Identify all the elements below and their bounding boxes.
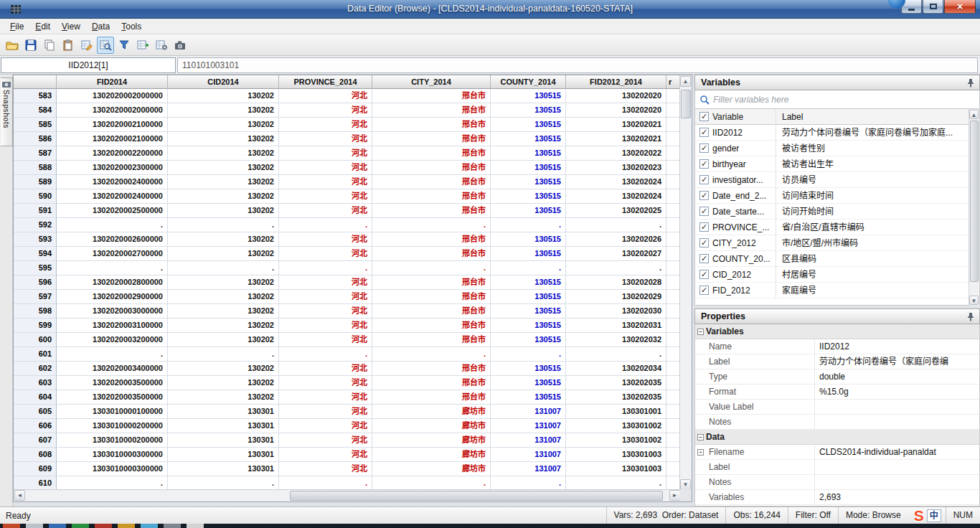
cell-partial[interactable] <box>666 103 681 118</box>
collapse-icon[interactable]: − <box>697 434 704 440</box>
cell-partial[interactable] <box>666 347 681 362</box>
cell-fid2012-2014[interactable]: 130202020 <box>566 103 666 118</box>
cell-partial[interactable] <box>666 232 681 247</box>
variable-row[interactable]: ✓ CID_2012 村居编号 <box>695 267 979 283</box>
properties-section-variables[interactable]: − Variables <box>695 324 979 339</box>
property-value[interactable] <box>815 415 979 429</box>
cell-partial[interactable] <box>666 161 681 175</box>
cell-fid2014[interactable]: . <box>57 476 168 491</box>
cell-county-2014[interactable]: . <box>491 261 566 275</box>
cell-fid2012-2014[interactable]: 130202024 <box>566 175 666 189</box>
cell-city-2014[interactable]: 邢台市 <box>372 390 491 405</box>
edit-mode-button[interactable] <box>78 37 95 54</box>
cell-city-2014[interactable]: 廊坊市 <box>372 419 491 433</box>
expand-icon[interactable]: + <box>697 449 704 456</box>
cell-city-2014[interactable]: 廊坊市 <box>372 433 491 448</box>
cell-cid2014[interactable]: 130202 <box>168 275 279 290</box>
cell-county-2014[interactable]: 130515 <box>491 175 566 189</box>
row-number[interactable]: 607 <box>14 433 57 448</box>
cell-province-2014[interactable]: 河北 <box>279 448 372 462</box>
variable-row[interactable]: ✓ birthyear 被访者出生年 <box>695 156 979 172</box>
cell-partial[interactable] <box>666 89 681 103</box>
cell-county-2014[interactable]: 130515 <box>491 304 566 319</box>
property-value[interactable]: 劳动力个体问卷编号（家庭问卷编 <box>815 354 979 369</box>
cell-province-2014[interactable]: 河北 <box>279 390 372 405</box>
cell-cid2014[interactable]: 130202 <box>168 204 279 218</box>
property-value[interactable] <box>815 475 979 489</box>
cell-fid2014[interactable]: 1302020003400000 <box>57 362 168 376</box>
cell-cid2014[interactable]: 130301 <box>168 462 279 476</box>
cell-fid2014[interactable]: 1302020003500000 <box>57 376 168 390</box>
cell-province-2014[interactable]: 河北 <box>279 161 372 175</box>
scroll-right-icon[interactable]: ► <box>669 490 680 501</box>
property-value[interactable]: %15.0g <box>815 385 979 399</box>
row-number[interactable]: 592 <box>14 218 57 232</box>
cell-fid2014[interactable]: 1303010000200000 <box>57 433 168 448</box>
cell-city-2014[interactable]: 廊坊市 <box>372 462 491 476</box>
variable-checkbox[interactable]: ✓ <box>699 128 709 137</box>
row-number[interactable]: 606 <box>14 419 57 433</box>
cell-county-2014[interactable]: 131007 <box>491 448 566 462</box>
cell-fid2012-2014[interactable]: 130202027 <box>566 247 666 261</box>
cell-fid2014[interactable]: 1302020002200000 <box>57 146 168 161</box>
cell-fid2012-2014[interactable]: . <box>566 218 666 232</box>
taskbar-icon[interactable] <box>141 524 158 528</box>
cell-cid2014[interactable]: 130202 <box>168 319 279 333</box>
cell-county-2014[interactable]: 131007 <box>491 433 566 448</box>
menu-item[interactable]: Tools <box>116 19 147 34</box>
cell-county-2014[interactable]: 130515 <box>491 362 566 376</box>
cell-cid2014[interactable]: . <box>168 261 279 275</box>
cell-fid2014[interactable]: 1302020002900000 <box>57 290 168 304</box>
cell-city-2014[interactable]: 邢台市 <box>372 161 491 175</box>
cell-partial[interactable] <box>666 290 681 304</box>
cell-fid2012-2014[interactable]: 130202023 <box>566 161 666 175</box>
row-number[interactable]: 604 <box>14 390 57 405</box>
variable-column-header[interactable]: Variable <box>712 112 776 122</box>
cell-city-2014[interactable]: 邢台市 <box>372 376 491 390</box>
row-number[interactable]: 587 <box>14 146 57 161</box>
scroll-down-icon[interactable]: ▼ <box>680 479 691 490</box>
cell-fid2014[interactable]: 1302020002000000 <box>57 103 168 118</box>
cell-fid2014[interactable]: 1302020003000000 <box>57 304 168 319</box>
cell-county-2014[interactable]: 130515 <box>491 390 566 405</box>
cell-city-2014[interactable]: 邢台市 <box>372 319 491 333</box>
property-value[interactable] <box>815 400 979 414</box>
cell-cid2014[interactable]: 130202 <box>168 103 279 118</box>
cell-cid2014[interactable]: 130202 <box>168 175 279 189</box>
cell-partial[interactable] <box>666 462 681 476</box>
cell-cid2014[interactable]: 130202 <box>168 247 279 261</box>
cell-fid2012-2014[interactable]: 130202032 <box>566 333 666 347</box>
menu-item[interactable]: Data <box>86 19 116 34</box>
column-header[interactable]: PROVINCE_2014 <box>279 75 372 89</box>
cell-fid2012-2014[interactable]: 130301002 <box>566 433 666 448</box>
cell-county-2014[interactable]: 130515 <box>491 275 566 290</box>
select-all-checkbox[interactable]: ✓ <box>699 112 709 121</box>
variable-checkbox[interactable]: ✓ <box>699 143 709 153</box>
variable-row[interactable]: ✓ Date_end_2... 访问结束时间 <box>695 188 979 204</box>
cell-province-2014[interactable]: 河北 <box>279 275 372 290</box>
column-header[interactable]: CID2014 <box>168 75 279 89</box>
cell-fid2014[interactable]: 1302020002400000 <box>57 189 168 204</box>
cell-province-2014[interactable]: 河北 <box>279 362 372 376</box>
cell-partial[interactable] <box>666 247 681 261</box>
taskbar-icon[interactable] <box>3 524 20 528</box>
cell-county-2014[interactable]: 130515 <box>491 247 566 261</box>
cell-fid2014[interactable]: 1303010000100000 <box>57 405 168 419</box>
cell-fid2012-2014[interactable]: 130202020 <box>566 89 666 103</box>
cell-cid2014[interactable]: 130202 <box>168 161 279 175</box>
cell-fid2012-2014[interactable]: 130202031 <box>566 319 666 333</box>
row-number[interactable]: 598 <box>14 304 57 319</box>
variable-checkbox[interactable]: ✓ <box>699 222 709 232</box>
cell-province-2014[interactable]: 河北 <box>279 419 372 433</box>
cell-city-2014[interactable]: . <box>372 476 491 491</box>
cell-county-2014[interactable]: 130515 <box>491 103 566 118</box>
cell-partial[interactable] <box>666 333 681 347</box>
variable-checkbox[interactable]: ✓ <box>699 270 709 279</box>
cell-fid2012-2014[interactable]: 130202028 <box>566 275 666 290</box>
variable-row[interactable]: ✓ PROVINCE_... 省/自治区/直辖市编码 <box>695 220 979 235</box>
cell-fid2014[interactable]: 1302020002500000 <box>57 204 168 218</box>
row-number[interactable]: 588 <box>14 161 57 175</box>
variable-checkbox[interactable]: ✓ <box>699 286 709 295</box>
cell-partial[interactable] <box>666 390 681 405</box>
cell-fid2012-2014[interactable]: 130301001 <box>566 405 666 419</box>
